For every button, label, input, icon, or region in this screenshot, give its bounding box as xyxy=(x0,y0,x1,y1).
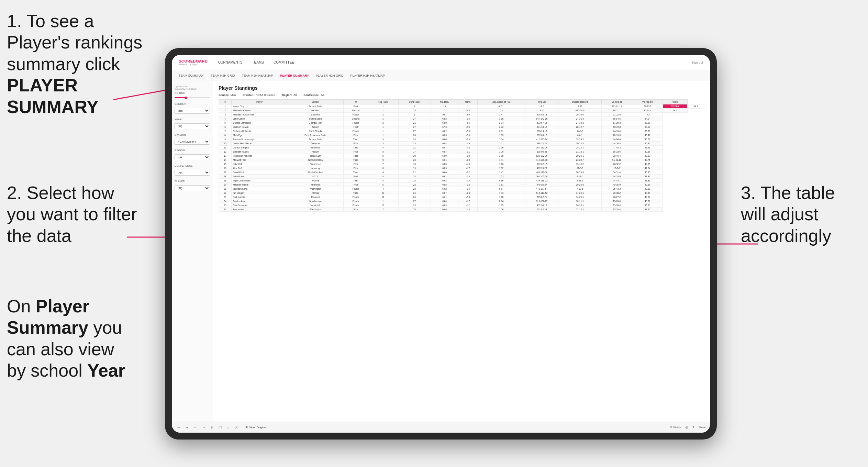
table-cell: 1.43 xyxy=(477,191,525,195)
table-cell: 58.18 xyxy=(632,125,663,129)
table-cell: 61-20-3 xyxy=(601,121,632,125)
table-cell: -1.0 xyxy=(458,154,478,158)
watch-btn[interactable]: 👁 Watch xyxy=(670,426,681,429)
table-cell: 448-85-27 xyxy=(525,183,558,187)
subnav-player-h2h-heatmap[interactable]: PLAYER H2H HEATMAP xyxy=(350,74,385,77)
table-row: 21Taehoon SongWashingtonFourth42369.2-1.… xyxy=(219,187,704,191)
table-cell: 31-15-1 xyxy=(558,150,602,154)
table-cell: 75.2 xyxy=(632,113,663,117)
table-cell: 3 xyxy=(368,137,398,142)
table-cell: 68.3 xyxy=(431,166,458,170)
subnav-team-h2h-grid[interactable]: TEAM H2H GRID xyxy=(211,74,235,77)
region-label: Region xyxy=(175,149,210,152)
conference-select[interactable]: (All) xyxy=(175,170,210,176)
table-cell: Fourth xyxy=(344,129,368,133)
app-nav: SCOREBOARD Powered by clippd TOURNAMENTS… xyxy=(172,55,710,70)
table-cell: 2.01 xyxy=(477,129,525,133)
table-cell: 55.56 xyxy=(632,129,663,133)
table-cell: 1.65 xyxy=(477,203,525,208)
table-cell: 1 xyxy=(398,113,431,117)
table-cell: Fifth xyxy=(344,133,368,137)
gender-section: Gender Men Women xyxy=(175,102,210,114)
slider-thumb[interactable] xyxy=(185,97,187,99)
table-cell: Third xyxy=(344,179,368,183)
player-label: Player xyxy=(175,180,210,183)
share-btn[interactable]: Share xyxy=(699,426,706,429)
table-cell: -1.5 xyxy=(458,187,478,191)
table-cell: 27 xyxy=(398,125,431,129)
col-points: Points xyxy=(663,100,687,104)
table-row: 20Matthew RiedelVanderbiltFifth52268.5-1… xyxy=(219,183,704,187)
table-cell: 40.75 xyxy=(632,158,663,162)
subnav-team-h2h-heatmap[interactable]: TEAM H2H HEATMAP xyxy=(242,74,273,77)
table-cell: 3.10 xyxy=(525,109,558,113)
table-cell: 4-18-0 xyxy=(558,175,602,179)
table-cell: 17 xyxy=(398,150,431,154)
col-no-rds: No. Rds. xyxy=(431,100,458,104)
table-cell: 1 xyxy=(368,125,398,129)
col-wins: Wins xyxy=(458,100,478,104)
toolbar-view-original[interactable]: 👁 View: Original xyxy=(245,426,266,429)
table-cell: 377-82-17 xyxy=(525,162,558,166)
no-rds-slider[interactable] xyxy=(175,97,210,98)
table-cell: 26-32-2 xyxy=(601,162,632,166)
toolbar-undo[interactable]: ↩ xyxy=(176,425,181,430)
table-cell: 24-10-4 xyxy=(601,129,632,133)
toolbar-export[interactable]: ⬆ xyxy=(692,426,694,429)
gender-select[interactable]: Men Women xyxy=(175,108,210,114)
col-conf-rank: Conf Rank xyxy=(398,100,431,104)
table-cell: 21 xyxy=(398,170,431,175)
nav-committee[interactable]: COMMITTEE xyxy=(274,59,294,66)
division-select[interactable]: NCAA Division I NCAA Division II NCAA Di… xyxy=(175,139,210,145)
col-yr: Yr xyxy=(344,100,368,104)
table-cell: Washington xyxy=(287,187,344,191)
table-cell: 23 xyxy=(398,158,431,162)
table-cell: Arizona State xyxy=(287,137,344,142)
nav-teams[interactable]: TEAMS xyxy=(252,59,264,66)
table-cell: 1.47 xyxy=(477,113,525,117)
table-cell: 69.2 xyxy=(431,187,458,191)
table-cell: 44.92 xyxy=(632,142,663,146)
toolbar-print[interactable]: 🖨 xyxy=(685,426,688,429)
toolbar-copy[interactable]: ⎘ xyxy=(210,425,214,430)
toolbar-paste[interactable]: 📋 xyxy=(217,425,223,430)
table-cell: Fourth xyxy=(344,121,368,125)
table-cell: 22-28-7 xyxy=(558,158,602,162)
table-cell: Petr Hruby xyxy=(231,208,287,212)
table-cell: 412-179-38 xyxy=(525,158,558,162)
gender-label: Gender xyxy=(175,102,210,105)
filter-gender: Gender: Men xyxy=(219,93,236,97)
subnav-player-h2h-grid[interactable]: PLAYER H2H GRID xyxy=(316,74,343,77)
table-cell: 60.89 xyxy=(632,121,663,125)
year-select[interactable]: (All) First Second Third Fourth Fifth xyxy=(175,123,210,129)
table-cell: Wenyi Ding xyxy=(231,104,287,109)
table-cell: 15 xyxy=(219,162,232,166)
table-row: 14Maxwell FordNorth CarolinaThird92369.1… xyxy=(219,158,704,162)
update-label: Update time: xyxy=(175,85,210,88)
subnav-player-summary[interactable]: PLAYER SUMMARY xyxy=(280,74,309,77)
col-avg-sg: Avg SG xyxy=(525,100,558,104)
table-cell: -2.0 xyxy=(458,125,478,129)
table-cell: 18 xyxy=(398,109,431,113)
nav-tournaments[interactable]: TOURNAMENTS xyxy=(216,59,242,66)
table-cell: Phichaksn Maichon xyxy=(231,154,287,158)
toolbar-redo[interactable]: ↪ xyxy=(184,425,190,430)
table-row: 8Mats EgeEast Tennessee StateFifth12468.… xyxy=(219,133,704,137)
table-cell: Christo Lamprecht xyxy=(231,121,287,125)
sign-out-link[interactable]: Sign out xyxy=(692,61,703,64)
region-select[interactable]: N/A All xyxy=(175,154,210,160)
table-cell: Jackson Koivun xyxy=(231,125,287,129)
col-adj-score: Adj. Score to Par xyxy=(477,100,525,104)
table-cell: 1 xyxy=(219,104,232,109)
player-select[interactable]: (All) xyxy=(175,185,210,191)
table-cell: 616-168-22 xyxy=(525,199,558,203)
table-cell: Ole Miss xyxy=(287,109,344,113)
toolbar-home[interactable]: ⌂ xyxy=(226,425,231,430)
table-cell: 8 xyxy=(219,133,232,137)
toolbar-clock[interactable]: 🕐 xyxy=(233,425,240,430)
conference-section: Conference (All) xyxy=(175,164,210,176)
toolbar-back[interactable]: ← xyxy=(192,425,198,430)
toolbar-fwd[interactable]: → xyxy=(201,425,207,430)
table-cell: 13 xyxy=(219,154,232,158)
subnav-team-summary[interactable]: TEAM SUMMARY xyxy=(179,74,204,77)
